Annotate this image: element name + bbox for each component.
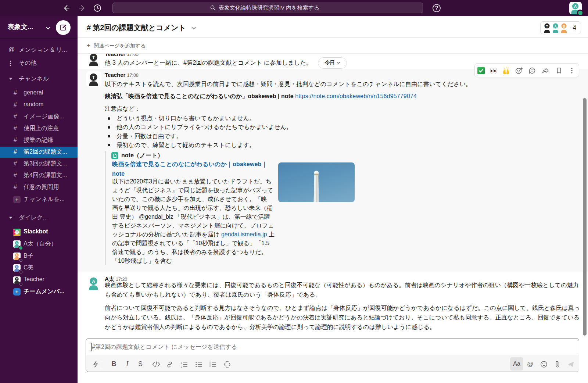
svg-text:1: 1 — [181, 361, 182, 364]
svg-text:A: A — [92, 279, 95, 284]
svg-text:B: B — [563, 24, 565, 28]
svg-text:A: A — [574, 4, 577, 8]
svg-text:T: T — [92, 75, 95, 80]
svg-text:T: T — [92, 55, 95, 60]
svg-text:T: T — [16, 278, 18, 280]
svg-text:T: T — [546, 24, 548, 28]
svg-text:A: A — [554, 24, 557, 28]
svg-text:B: B — [16, 254, 18, 256]
svg-text:A: A — [16, 242, 18, 244]
svg-text:C: C — [16, 266, 18, 268]
svg-text:2: 2 — [181, 365, 182, 368]
